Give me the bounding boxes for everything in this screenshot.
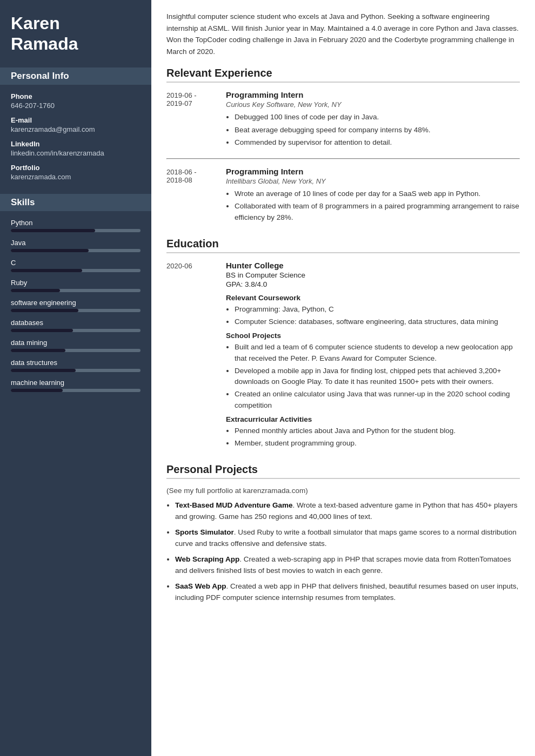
skill-bar-fill (11, 369, 76, 372)
skill-item: software engineering (11, 299, 141, 312)
education-title: Education (166, 238, 520, 253)
experience-title: Programming Intern (226, 90, 520, 99)
skill-name-label: Python (11, 219, 141, 227)
skill-name-label: data mining (11, 339, 141, 347)
education-section: Education 2020-06Hunter CollegeBS in Com… (166, 238, 520, 451)
personal-project-item: Text-Based MUD Adventure Game. Wrote a t… (175, 500, 520, 523)
education-gpa: GPA: 3.8/4.0 (226, 280, 520, 288)
linkedin-label: LinkedIn (11, 140, 141, 148)
portfolio-label: Portfolio (11, 164, 141, 172)
portfolio-section: Portfolio karenzramada.com (11, 164, 141, 181)
skill-name-label: Java (11, 239, 141, 247)
skill-bar-track (11, 369, 141, 372)
personal-projects-list: Text-Based MUD Adventure Game. Wrote a t… (166, 500, 520, 603)
email-value: karenzramada@gmail.com (11, 125, 141, 133)
school-projects-title: School Projects (226, 332, 520, 340)
skill-bar-track (11, 329, 141, 332)
personal-projects-title: Personal Projects (166, 463, 520, 479)
experience-bullets: Wrote an average of 10 lines of code per… (226, 188, 520, 223)
skill-item: Python (11, 219, 141, 232)
education-row: 2020-06Hunter CollegeBS in Computer Scie… (166, 261, 520, 451)
experience-date: 2018-06 - 2018-08 (166, 167, 226, 225)
skill-name-label: machine learning (11, 379, 141, 387)
school-project-bullet-item: Created an online calculator using Java … (235, 389, 520, 411)
experience-bullet-item: Beat average debugging speed for company… (235, 125, 520, 136)
projects-intro: (See my full portfolio at karenzramada.c… (166, 487, 520, 495)
project-bold-title: Web Scraping App (175, 555, 239, 563)
linkedin-section: LinkedIn linkedin.com/in/karenzramada (11, 140, 141, 157)
skill-bar-track (11, 229, 141, 232)
skill-item: Ruby (11, 279, 141, 292)
relevant-experience-section: Relevant Experience 2019-06 - 2019-07Pro… (166, 67, 520, 225)
experience-bullet-item: Commended by supervisor for attention to… (235, 137, 520, 148)
skill-bar-track (11, 249, 141, 252)
coursework-bullet-item: Programming: Java, Python, C (235, 304, 520, 315)
experience-date: 2019-06 - 2019-07 (166, 90, 226, 150)
project-bold-title: SaaS Web App (175, 582, 226, 590)
experience-content: Programming InternCurious Key Software, … (226, 90, 520, 150)
experience-org: Intellibars Global, New York, NY (226, 177, 520, 185)
skill-item: databases (11, 319, 141, 332)
portfolio-value: karenzramada.com (11, 173, 141, 181)
experience-bullet-item: Debugged 100 lines of code per day in Ja… (235, 112, 520, 123)
skill-bar-fill (11, 329, 73, 332)
skill-bar-track (11, 309, 141, 312)
education-school: Hunter College (226, 261, 520, 270)
skills-section: Skills PythonJavaCRubysoftware engineeri… (11, 194, 141, 392)
skill-name-label: databases (11, 319, 141, 327)
education-date: 2020-06 (166, 261, 226, 451)
extracurricular-bullet-item: Penned monthly articles about Java and P… (235, 426, 520, 436)
skills-list: PythonJavaCRubysoftware engineeringdatab… (11, 219, 141, 392)
personal-project-item: SaaS Web App. Created a web app in PHP t… (175, 581, 520, 604)
personal-project-item: Web Scraping App. Created a web-scraping… (175, 554, 520, 577)
skill-bar-fill (11, 229, 95, 232)
education-content: Hunter CollegeBS in Computer ScienceGPA:… (226, 261, 520, 451)
skill-name-label: software engineering (11, 299, 141, 307)
coursework-bullets: Programming: Java, Python, CComputer Sci… (226, 304, 520, 328)
skill-bar-fill (11, 389, 63, 392)
relevant-experience-title: Relevant Experience (166, 67, 520, 83)
education-degree: BS in Computer Science (226, 271, 520, 279)
extracurricular-bullets: Penned monthly articles about Java and P… (226, 426, 520, 449)
experience-title: Programming Intern (226, 167, 520, 176)
experience-row: 2019-06 - 2019-07Programming InternCurio… (166, 90, 520, 150)
experiences-list: 2019-06 - 2019-07Programming InternCurio… (166, 90, 520, 225)
school-project-bullet-item: Developed a mobile app in Java for findi… (235, 366, 520, 388)
experience-bullet-item: Wrote an average of 10 lines of code per… (235, 188, 520, 199)
experience-bullet-item: Collaborated with team of 8 programmers … (235, 201, 520, 223)
candidate-name: Karen Ramada (11, 13, 141, 55)
skill-item: machine learning (11, 379, 141, 392)
skills-title: Skills (0, 194, 151, 211)
skill-bar-track (11, 289, 141, 292)
experience-content: Programming InternIntellibars Global, Ne… (226, 167, 520, 225)
skill-name-label: Ruby (11, 279, 141, 287)
project-bold-title: Text-Based MUD Adventure Game (175, 501, 293, 509)
email-section: E-mail karenzramada@gmail.com (11, 116, 141, 133)
sidebar: Karen Ramada Personal Info Phone 646-207… (0, 0, 151, 756)
school-projects-bullets: Built and led a team of 6 computer scien… (226, 342, 520, 411)
personal-project-item: Sports Simulator. Used Ruby to write a f… (175, 527, 520, 550)
school-project-bullet-item: Built and led a team of 6 computer scien… (235, 342, 520, 364)
coursework-title: Relevant Coursework (226, 294, 520, 302)
extracurricular-bullet-item: Member, student programming group. (235, 438, 520, 449)
skill-bar-fill (11, 249, 89, 252)
linkedin-value: linkedin.com/in/karenzramada (11, 149, 141, 157)
personal-projects-section: Personal Projects (See my full portfolio… (166, 463, 520, 603)
skill-item: Java (11, 239, 141, 252)
phone-value: 646-207-1760 (11, 102, 141, 110)
personal-info-title: Personal Info (0, 68, 151, 85)
skill-bar-track (11, 389, 141, 392)
main-content: Insightful computer science student who … (151, 0, 535, 756)
skill-item: C (11, 259, 141, 272)
email-label: E-mail (11, 116, 141, 124)
skill-bar-fill (11, 269, 82, 272)
skill-bar-fill (11, 309, 78, 312)
experience-bullets: Debugged 100 lines of code per day in Ja… (226, 112, 520, 148)
skill-item: data mining (11, 339, 141, 352)
extracurricular-title: Extracurricular Activities (226, 415, 520, 423)
skill-bar-fill (11, 289, 60, 292)
summary-text: Insightful computer science student who … (166, 11, 520, 57)
coursework-bullet-item: Computer Science: databases, software en… (235, 316, 520, 327)
last-name: Ramada (11, 34, 78, 53)
skill-bar-track (11, 269, 141, 272)
